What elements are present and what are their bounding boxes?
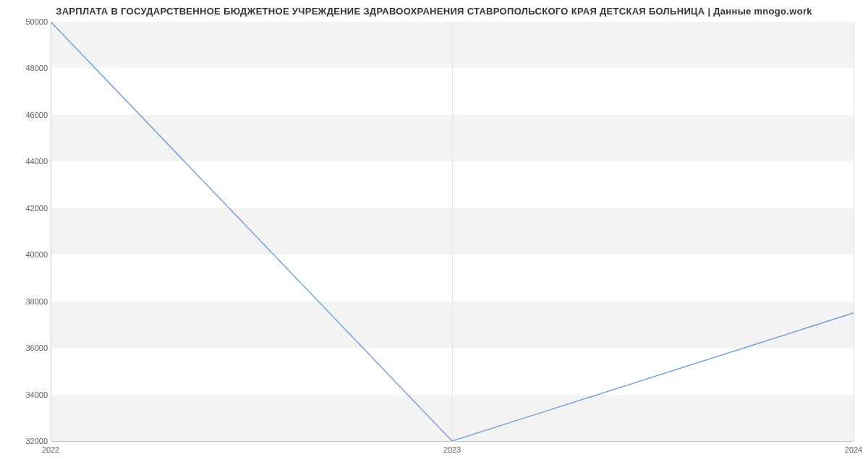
gridline-vertical [854,22,854,441]
series-line [51,22,854,441]
y-tick-label: 50000 [25,17,48,26]
x-tick-label: 2024 [845,445,862,454]
y-tick-label: 36000 [25,343,48,352]
y-tick-label: 34000 [25,390,48,399]
x-axis-line [51,441,854,442]
y-tick-label: 32000 [25,437,48,445]
y-axis-line [51,22,51,441]
y-tick-label: 42000 [25,204,48,213]
line-layer [51,22,854,441]
y-tick-label: 38000 [25,297,48,306]
y-tick-label: 44000 [25,157,48,166]
x-tick-label: 2022 [42,445,59,454]
y-tick-label: 48000 [25,64,48,72]
x-tick-label: 2023 [443,445,461,454]
y-tick-label: 46000 [25,111,48,119]
y-tick-label: 40000 [25,250,48,259]
chart-title: ЗАРПЛАТА В ГОСУДАРСТВЕННОЕ БЮДЖЕТНОЕ УЧР… [0,6,868,17]
plot-area [51,22,854,441]
